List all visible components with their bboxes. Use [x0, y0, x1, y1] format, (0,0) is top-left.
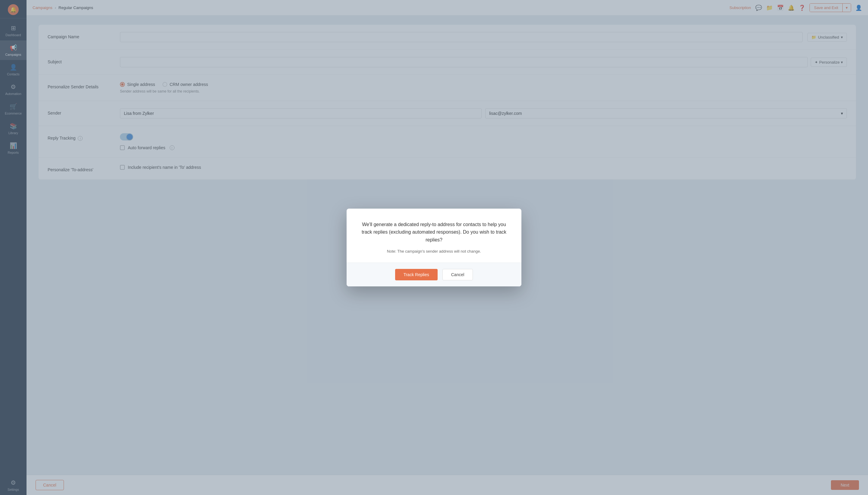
track-replies-dialog: We'll generate a dedicated reply-to addr… — [347, 209, 521, 287]
dialog-overlay: We'll generate a dedicated reply-to addr… — [0, 0, 868, 495]
dialog-note: Note: The campaign's sender address will… — [359, 249, 509, 254]
dialog-body: We'll generate a dedicated reply-to addr… — [347, 209, 521, 263]
dialog-cancel-button[interactable]: Cancel — [442, 269, 473, 280]
track-replies-button[interactable]: Track Replies — [395, 269, 438, 280]
dialog-footer: Track Replies Cancel — [347, 262, 521, 286]
dialog-message: We'll generate a dedicated reply-to addr… — [359, 221, 509, 244]
